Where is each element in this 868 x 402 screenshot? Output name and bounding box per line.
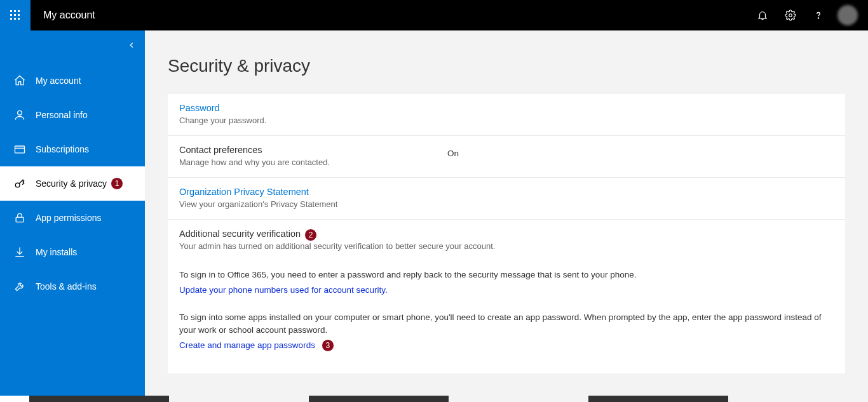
sidebar-item-label: Personal info [36, 110, 88, 120]
annotation-badge-2: 2 [304, 229, 317, 241]
notifications-button[interactable] [749, 0, 776, 30]
main-content: Security & privacy Password Change your … [145, 30, 868, 402]
svg-point-9 [789, 14, 792, 17]
svg-rect-3 [10, 14, 12, 16]
sidebar-item-app-permissions[interactable]: App permissions [0, 201, 145, 235]
collapse-sidebar-button[interactable] [127, 41, 136, 52]
create-app-passwords-link[interactable]: Create and manage app passwords [179, 339, 315, 352]
password-subtitle: Change your password. [179, 116, 834, 125]
gear-icon [785, 10, 796, 21]
bell-icon [757, 10, 768, 21]
waffle-icon [10, 10, 20, 20]
sidebar-item-subscriptions[interactable]: Subscriptions [0, 132, 145, 166]
card-icon [13, 143, 26, 156]
password-row[interactable]: Password Change your password. [168, 94, 845, 136]
org-privacy-row[interactable]: Organization Privacy Statement View your… [168, 178, 845, 220]
sidebar-item-my-account[interactable]: My account [0, 64, 145, 98]
svg-rect-12 [15, 146, 25, 153]
app-launcher-button[interactable] [0, 0, 31, 30]
update-phone-link[interactable]: Update your phone numbers used for accou… [179, 285, 388, 295]
chevron-left-icon [127, 41, 136, 50]
asv-paragraph-2: To sign into some apps installed on your… [179, 311, 834, 337]
lock-icon [13, 211, 26, 224]
svg-rect-15 [16, 217, 24, 222]
top-bar: My account [0, 0, 868, 30]
asv-body: To sign in to Office 365, you need to en… [168, 269, 845, 373]
additional-security-row: Additional security verification 2 Your … [168, 220, 845, 261]
svg-rect-5 [18, 14, 20, 16]
contact-preferences-row[interactable]: Contact preferences Manage how and why y… [168, 136, 845, 178]
sidebar-item-my-installs[interactable]: My installs [0, 235, 145, 269]
topbar-right [749, 0, 868, 30]
help-icon [813, 10, 824, 21]
org-privacy-link[interactable]: Organization Privacy Statement [179, 187, 834, 197]
svg-rect-2 [18, 10, 20, 12]
svg-rect-7 [14, 18, 16, 20]
svg-point-14 [15, 183, 20, 187]
settings-button[interactable] [776, 0, 804, 30]
password-link[interactable]: Password [179, 103, 834, 113]
sidebar-item-label: Tools & add-ins [36, 281, 97, 291]
key-icon [13, 177, 26, 190]
asv-title: Additional security verification [179, 229, 301, 239]
download-icon [13, 246, 26, 258]
help-button[interactable] [804, 0, 832, 30]
home-icon [13, 74, 26, 87]
svg-rect-8 [18, 18, 20, 20]
settings-panel: Password Change your password. Contact p… [168, 94, 845, 373]
sidebar-item-label: My installs [36, 247, 77, 257]
sidebar-item-label: Subscriptions [36, 144, 89, 154]
sidebar-item-tools-addins[interactable]: Tools & add-ins [0, 269, 145, 304]
sidebar-item-label: App permissions [36, 213, 102, 223]
contact-subtitle: Manage how and why you are contacted. [179, 157, 834, 167]
wrench-icon [13, 280, 26, 293]
person-icon [13, 109, 26, 121]
bottom-strip [0, 396, 868, 402]
contact-value: On [447, 149, 459, 158]
asv-paragraph-1: To sign in to Office 365, you need to en… [179, 269, 834, 281]
annotation-badge-3: 3 [322, 339, 334, 352]
sidebar-item-personal-info[interactable]: Personal info [0, 98, 145, 132]
app-title: My account [43, 10, 95, 21]
svg-rect-4 [14, 14, 16, 16]
page-title: Security & privacy [168, 56, 845, 76]
sidebar-nav: My account Personal info Subscriptions S… [0, 30, 145, 304]
annotation-badge-1: 1 [111, 177, 123, 190]
svg-rect-0 [10, 10, 12, 12]
contact-title: Contact preferences [179, 145, 834, 155]
org-privacy-subtitle: View your organization's Privacy Stateme… [179, 199, 834, 209]
sidebar: My account Personal info Subscriptions S… [0, 30, 145, 402]
sidebar-item-security-privacy[interactable]: Security & privacy 1 [0, 166, 145, 201]
avatar[interactable] [837, 5, 858, 25]
svg-point-11 [18, 111, 22, 115]
svg-rect-1 [14, 10, 16, 12]
svg-point-10 [818, 18, 818, 18]
svg-rect-6 [10, 18, 12, 20]
sidebar-item-label: My account [36, 76, 81, 86]
sidebar-item-label: Security & privacy [36, 178, 107, 189]
asv-subtitle: Your admin has turned on additional secu… [179, 241, 834, 251]
